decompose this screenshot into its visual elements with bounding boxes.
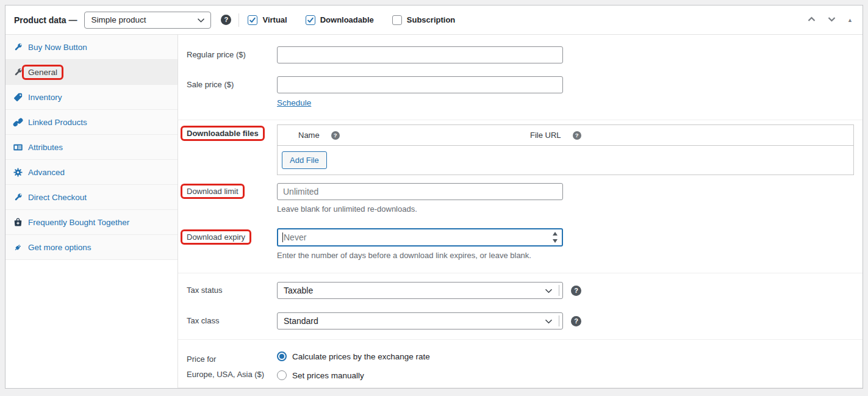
price-for-label-line1: Price for (187, 355, 277, 364)
product-type-value: Simple product (91, 15, 146, 24)
spin-up-icon[interactable] (553, 232, 558, 236)
tab-linked-products[interactable]: Linked Products (5, 110, 178, 135)
annotation-box: Download limit (181, 184, 245, 199)
checkbox-box[interactable] (306, 15, 315, 25)
radio-button[interactable] (277, 370, 287, 380)
wrench-icon (13, 42, 23, 52)
tab-label: Direct Checkout (28, 193, 87, 202)
product-data-panel: Product data — Simple product ? Virtual … (5, 5, 863, 389)
tab-frequently-bought-together[interactable]: Frequently Bought Together (5, 210, 178, 235)
tab-attributes[interactable]: Attributes (5, 135, 178, 160)
radio-set-prices-manually[interactable]: Set prices manually (277, 370, 430, 380)
price-for-section: Price for Europe, USA, Asia ($) Calculat… (178, 340, 863, 388)
name-help-icon[interactable]: ? (331, 131, 340, 140)
tab-label: Attributes (28, 143, 63, 152)
checkbox-label: Downloadable (320, 15, 374, 24)
download-expiry-label: Download expiry (187, 232, 245, 242)
product-type-help-icon[interactable]: ? (221, 15, 231, 25)
product-data-tabs: Buy Now Button General Inventory Linked … (5, 35, 178, 388)
name-column-header: Name (298, 131, 320, 140)
checkbox-box[interactable] (248, 15, 257, 25)
tab-general[interactable]: General (5, 60, 178, 85)
tab-label: Inventory (28, 93, 62, 102)
annotation-box: Downloadable files (181, 126, 265, 141)
plug-icon (13, 242, 23, 253)
radio-label: Set prices manually (292, 371, 364, 380)
tab-advanced[interactable]: Advanced (5, 160, 178, 185)
regular-price-input[interactable] (277, 46, 563, 63)
tab-label: Linked Products (28, 118, 87, 127)
select-divider (559, 315, 559, 326)
schedule-link[interactable]: Schedule (277, 98, 311, 107)
tax-status-value: Taxable (284, 286, 313, 295)
sale-price-label: Sale price ($) (187, 76, 277, 93)
tax-status-select[interactable]: Taxable (277, 282, 563, 299)
tab-label: General (28, 68, 57, 77)
tag-icon (13, 92, 23, 103)
number-spinner (550, 230, 560, 245)
checkbox-label: Subscription (407, 15, 455, 24)
panel-title: Product data — (14, 15, 77, 25)
tab-label: Buy Now Button (28, 43, 87, 52)
file-url-help-icon[interactable]: ? (573, 131, 581, 140)
tab-inventory[interactable]: Inventory (5, 85, 178, 110)
checkbox-box[interactable] (392, 15, 402, 25)
checkbox-label: Virtual (262, 15, 287, 24)
spin-down-icon[interactable] (553, 239, 558, 243)
select-divider (559, 285, 559, 296)
bag-plus-icon (13, 217, 23, 228)
tax-status-label: Tax status (187, 282, 277, 299)
tab-get-more-options[interactable]: Get more options (5, 235, 178, 260)
downloadable-checkbox[interactable]: Downloadable (306, 15, 374, 25)
pricing-section: Regular price ($) Sale price ($) Schedul… (178, 35, 863, 120)
tax-class-label: Tax class (187, 312, 277, 329)
chevron-down-icon (545, 286, 553, 295)
move-up-icon[interactable] (807, 15, 816, 24)
tax-status-help-icon[interactable]: ? (571, 286, 581, 296)
check-icon (249, 16, 256, 24)
virtual-checkbox[interactable]: Virtual (248, 15, 287, 25)
tab-direct-checkout[interactable]: Direct Checkout (5, 185, 178, 210)
gear-icon (13, 167, 23, 178)
text-cursor (282, 232, 283, 242)
price-for-label-line2: Europe, USA, Asia ($) (187, 370, 277, 379)
tab-label: Advanced (28, 168, 65, 177)
tax-class-help-icon[interactable]: ? (571, 316, 581, 326)
download-limit-input[interactable] (277, 183, 563, 200)
tab-label: Frequently Bought Together (28, 218, 129, 227)
radio-label: Calculate prices by the exchange rate (292, 352, 430, 361)
download-expiry-field (277, 228, 563, 247)
panel-controls: ▲ (807, 15, 853, 24)
general-tab-panel: Regular price ($) Sale price ($) Schedul… (178, 35, 863, 388)
downloads-section: Downloadable files Name ? File URL ? (178, 120, 863, 273)
chevron-down-icon (545, 316, 553, 326)
radio-button[interactable] (277, 351, 287, 361)
tax-class-select[interactable]: Standard (277, 312, 563, 329)
download-limit-label: Download limit (187, 187, 239, 196)
regular-price-label: Regular price ($) (187, 46, 277, 63)
download-expiry-input[interactable] (277, 228, 563, 247)
tab-label: Get more options (28, 243, 91, 252)
wrench-icon (13, 192, 23, 203)
check-icon (307, 16, 314, 24)
tab-buy-now-button[interactable]: Buy Now Button (5, 35, 178, 60)
header-divider (239, 13, 239, 27)
tax-section: Tax status Taxable ? Tax class Standard (178, 273, 863, 340)
download-limit-hint: Leave blank for unlimited re-downloads. (277, 204, 563, 214)
download-expiry-hint: Enter the number of days before a downlo… (277, 251, 563, 260)
subscription-checkbox[interactable]: Subscription (392, 15, 455, 25)
add-file-button[interactable]: Add File (282, 151, 327, 169)
annotation-box: Download expiry (181, 229, 251, 245)
product-type-select[interactable]: Simple product (84, 12, 211, 29)
downloadable-files-label: Downloadable files (187, 129, 259, 138)
toggle-panel-icon[interactable]: ▲ (847, 17, 853, 23)
product-data-header: Product data — Simple product ? Virtual … (5, 5, 863, 35)
radio-calculate-by-exchange-rate[interactable]: Calculate prices by the exchange rate (277, 351, 430, 361)
move-down-icon[interactable] (827, 15, 836, 24)
chevron-down-icon (197, 15, 205, 24)
table-header-row: Name ? File URL ? (278, 125, 853, 146)
sale-price-input[interactable] (277, 76, 563, 93)
file-url-column-header: File URL (530, 131, 561, 140)
link-icon (13, 117, 23, 128)
annotation-box: General (22, 65, 63, 80)
